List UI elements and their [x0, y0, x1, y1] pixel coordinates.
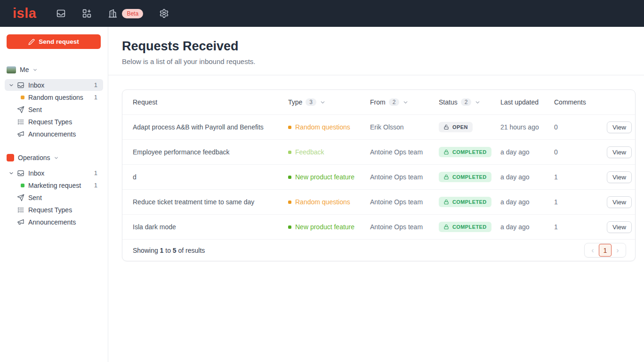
request-from: Antoine Ops team [370, 198, 439, 206]
sidebar-item-me-announcements[interactable]: Announcements [5, 128, 103, 140]
view-button[interactable]: View [607, 171, 632, 183]
main-content: Requests Received Below is a list of all… [108, 27, 644, 362]
pencil-icon [28, 39, 35, 45]
table-row: Employee performance feedback Feedback A… [122, 139, 635, 164]
request-title: Adapt process A&B with Payroll and Benef… [133, 123, 288, 131]
table-row: Adapt process A&B with Payroll and Benef… [122, 114, 635, 139]
comments-count: 1 [554, 223, 607, 231]
top-navbar: isla Beta [0, 0, 644, 27]
unread-count: 1 [94, 81, 97, 88]
filter-count-badge: 2 [461, 98, 472, 106]
request-from: Erik Olsson [370, 123, 439, 131]
last-updated: a day ago [500, 148, 554, 156]
comments-count: 1 [554, 173, 607, 181]
status-badge: COMPLETED [439, 172, 491, 182]
requests-table-card: Request Type 3 From 2 Status 2 Last [122, 89, 636, 261]
sidebar-item-ops-inbox[interactable]: Inbox 1 [5, 167, 103, 179]
view-button[interactable]: View [607, 221, 632, 233]
request-type: New product feature [288, 223, 370, 231]
view-button[interactable]: View [607, 196, 632, 208]
lock-closed-icon [443, 199, 449, 205]
page-subtitle: Below is a list of all your inbound requ… [122, 57, 644, 65]
pagination-next-icon[interactable]: › [612, 247, 624, 254]
status-badge: COMPLETED [439, 147, 491, 157]
operations-team-icon [7, 154, 14, 161]
chevron-down-icon[interactable] [8, 82, 17, 88]
send-request-button[interactable]: Send request [7, 34, 101, 49]
sidebar: Send request Me Inbox 1 Random questions… [0, 27, 108, 362]
sidebar-item-me-random-questions[interactable]: Random questions 1 [5, 91, 103, 103]
page-title: Requests Received [122, 39, 644, 54]
unread-count: 1 [94, 182, 97, 189]
type-dot-icon [288, 225, 291, 229]
type-dot-icon [288, 201, 291, 204]
column-status-filter[interactable]: Status 2 [439, 98, 500, 106]
request-title: Isla dark mode [133, 223, 288, 231]
chevron-down-icon [402, 99, 409, 105]
request-title: Reduce ticket treatment time to same day [133, 198, 288, 206]
type-dot-icon [288, 151, 291, 154]
column-type-filter[interactable]: Type 3 [288, 98, 370, 106]
request-type: New product feature [288, 173, 370, 181]
column-last-updated: Last updated [500, 98, 554, 106]
lock-closed-icon [443, 149, 449, 155]
pagination-prev-icon[interactable]: ‹ [587, 247, 599, 254]
request-type: Random questions [288, 123, 370, 131]
lock-closed-icon [443, 224, 449, 230]
sidebar-item-me-request-types[interactable]: Request Types [5, 116, 103, 128]
status-badge: OPEN [439, 122, 473, 132]
send-icon [17, 194, 24, 201]
sidebar-item-ops-request-types[interactable]: Request Types [5, 204, 103, 216]
chevron-down-icon [32, 67, 38, 72]
send-icon [17, 106, 24, 113]
list-icon [17, 206, 24, 214]
sidebar-item-ops-announcements[interactable]: Announcements [5, 216, 103, 228]
table-row: Isla dark mode New product feature Antoi… [122, 214, 635, 239]
request-from: Antoine Ops team [370, 223, 439, 231]
settings-gear-icon[interactable] [159, 8, 169, 18]
chevron-down-icon [54, 155, 59, 161]
table-row: Reduce ticket treatment time to same day… [122, 189, 635, 214]
request-from: Antoine Ops team [370, 173, 439, 181]
request-type: Random questions [288, 198, 370, 206]
comments-count: 1 [554, 198, 607, 206]
chevron-down-icon [475, 99, 481, 105]
last-updated: a day ago [500, 223, 554, 231]
unread-count: 1 [94, 94, 97, 101]
request-title: d [133, 173, 288, 181]
sidebar-item-ops-marketing-request[interactable]: Marketing request 1 [5, 179, 103, 191]
filter-count-badge: 3 [306, 98, 316, 106]
list-icon [17, 118, 24, 126]
company-nav-item[interactable]: Beta [108, 8, 143, 18]
table-footer: Showing 1 to 5 of results ‹ 1 › [122, 239, 635, 261]
sidebar-item-ops-sent[interactable]: Sent [5, 192, 103, 203]
page-header: Requests Received Below is a list of all… [108, 27, 644, 75]
beta-badge: Beta [122, 9, 143, 18]
inbox-icon [17, 169, 24, 177]
inbox-icon [17, 81, 24, 89]
chevron-down-icon [320, 99, 326, 105]
sidebar-item-me-inbox[interactable]: Inbox 1 [5, 79, 103, 91]
chevron-down-icon[interactable] [8, 170, 17, 176]
workspace-operations[interactable]: Operations [0, 154, 108, 161]
type-dot-icon [21, 184, 24, 187]
comments-count: 0 [554, 148, 607, 156]
isla-logo[interactable]: isla [13, 7, 36, 20]
inbox-icon[interactable] [56, 8, 66, 18]
workspace-me[interactable]: Me [0, 66, 108, 73]
status-badge: COMPLETED [439, 197, 491, 207]
column-from-filter[interactable]: From 2 [370, 98, 439, 106]
lock-open-icon [443, 124, 449, 130]
sidebar-item-me-sent[interactable]: Sent [5, 104, 103, 115]
pagination-page-1[interactable]: 1 [599, 244, 612, 257]
apps-grid-icon[interactable] [82, 8, 92, 18]
view-button[interactable]: View [607, 146, 632, 158]
column-comments: Comments [554, 98, 607, 106]
pagination: ‹ 1 › [584, 243, 626, 257]
filter-count-badge: 2 [389, 98, 400, 106]
request-type: Feedback [288, 148, 370, 156]
megaphone-icon [17, 130, 24, 138]
unread-count: 1 [94, 169, 97, 177]
last-updated: a day ago [500, 198, 554, 206]
view-button[interactable]: View [607, 121, 632, 133]
